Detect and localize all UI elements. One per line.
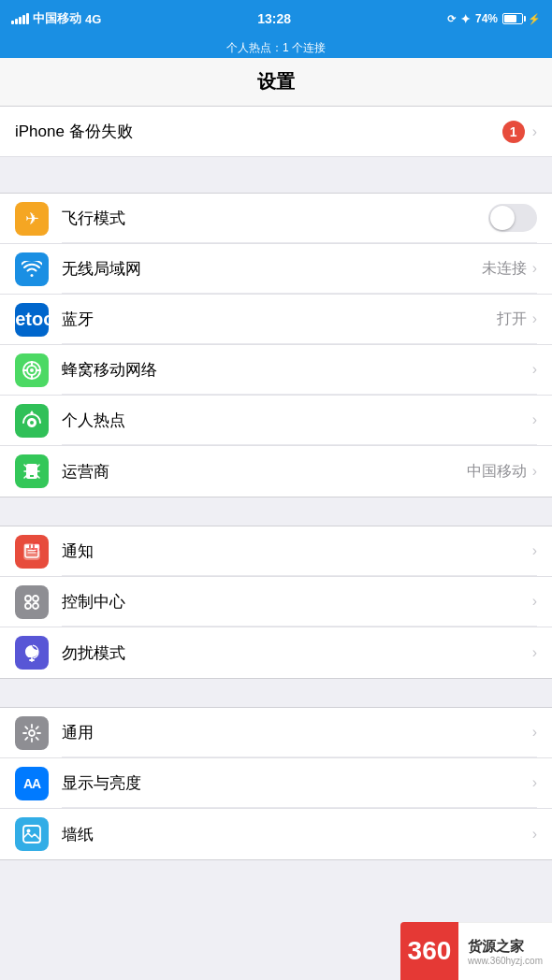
wallpaper-row[interactable]: 墙纸 › — [0, 809, 552, 859]
airplane-icon: ✈ — [15, 202, 49, 236]
charging-icon: ⚡ — [528, 13, 541, 25]
carrier-content: 运营商 中国移动 › — [62, 446, 537, 497]
wallpaper-content: 墙纸 › — [62, 809, 537, 859]
general-content: 通用 › — [62, 708, 537, 757]
general-section: 通用 › AA 显示与亮度 › 墙纸 › — [0, 707, 552, 860]
general-row[interactable]: 通用 › — [0, 708, 552, 758]
hotspot-row[interactable]: 个人热点 › — [0, 396, 552, 446]
carrier-value: 中国移动 — [467, 462, 527, 482]
hotspot-chevron: › — [532, 411, 537, 428]
svg-point-9 — [33, 596, 38, 601]
notification-row[interactable]: iPhone 备份失败 1 › — [0, 107, 552, 157]
cellular-right: › — [532, 361, 537, 378]
carrier-label: 运营商 — [62, 461, 109, 483]
hotspot-content: 个人热点 › — [62, 396, 537, 445]
toggle-thumb — [490, 206, 515, 230]
wallpaper-icon — [15, 817, 49, 851]
hotspot-bar: 个人热点：1 个连接 — [0, 37, 552, 58]
dnd-chevron: › — [532, 644, 537, 661]
dnd-row[interactable]: 勿扰模式 › — [0, 627, 552, 678]
carrier-label: 中国移动 — [33, 10, 81, 27]
wifi-chevron: › — [532, 260, 537, 277]
bluetooth-icon: Bluetooth; — [15, 303, 49, 337]
bluetooth-label: 蓝牙 — [62, 309, 94, 330]
cellular-content: 蜂窝移动网络 › — [62, 345, 537, 395]
display-content: 显示与亮度 › — [62, 758, 537, 808]
display-right: › — [532, 774, 537, 791]
cellular-icon — [15, 353, 49, 387]
battery-percent: 74% — [475, 12, 498, 25]
control-center-icon — [15, 585, 49, 619]
notifications-right: › — [532, 542, 537, 559]
cellular-label: 蜂窝移动网络 — [62, 359, 157, 381]
status-bar: 中国移动 4G 13:28 ⟳ ✦ 74% ⚡ — [0, 0, 552, 37]
wallpaper-label: 墙纸 — [62, 824, 94, 845]
section-divider-1 — [0, 165, 552, 193]
bluetooth-right: 打开 › — [497, 310, 537, 329]
bluetooth-row[interactable]: Bluetooth; 蓝牙 打开 › — [0, 295, 552, 345]
cellular-row[interactable]: 蜂窝移动网络 › — [0, 345, 552, 396]
bluetooth-content: 蓝牙 打开 › — [62, 295, 537, 344]
control-center-chevron: › — [532, 593, 537, 610]
wallpaper-chevron: › — [532, 826, 537, 843]
notifications-label: 通知 — [62, 540, 94, 562]
section-divider-2 — [0, 497, 552, 526]
svg-rect-7 — [25, 545, 38, 548]
general-right: › — [532, 724, 537, 741]
display-label: 显示与亮度 — [62, 772, 141, 794]
network-type: 4G — [85, 12, 101, 26]
wifi-value: 未连接 — [482, 259, 527, 279]
wifi-label: 无线局域网 — [62, 258, 141, 280]
notification-chevron: › — [532, 123, 537, 140]
wifi-content: 无线局域网 未连接 › — [62, 244, 537, 294]
bluetooth-value: 打开 — [497, 310, 527, 329]
display-row[interactable]: AA 显示与亮度 › — [0, 758, 552, 809]
airplane-label: 飞行模式 — [62, 208, 125, 229]
cellular-chevron: › — [532, 361, 537, 378]
general-label: 通用 — [62, 722, 94, 743]
airplane-mode-row[interactable]: ✈ 飞行模式 — [0, 194, 552, 244]
dnd-icon — [15, 636, 49, 670]
svg-point-8 — [25, 596, 31, 601]
notifications-section: 通知 › 控制中心 › — [0, 526, 552, 679]
notifications-icon — [15, 535, 49, 569]
rotation-icon: ⟳ — [447, 13, 456, 25]
svg-point-2 — [30, 368, 34, 372]
dnd-content: 勿扰模式 › — [62, 627, 537, 678]
notification-label: iPhone 备份失败 — [15, 121, 502, 142]
carrier-icon — [15, 454, 49, 488]
airplane-toggle[interactable] — [488, 204, 537, 232]
airplane-right — [488, 204, 537, 232]
connectivity-section: ✈ 飞行模式 无线局域网 未连接 › — [0, 193, 552, 497]
battery-icon — [502, 13, 523, 24]
watermark-360: 360 — [400, 922, 458, 980]
dnd-label: 勿扰模式 — [62, 642, 125, 664]
notifications-content: 通知 › — [62, 526, 537, 576]
carrier-chevron: › — [532, 463, 537, 480]
wifi-row[interactable]: 无线局域网 未连接 › — [0, 244, 552, 295]
hotspot-label: 个人热点：1 个连接 — [226, 40, 326, 56]
display-icon: AA — [15, 767, 49, 800]
control-center-content: 控制中心 › — [62, 577, 537, 627]
section-divider-3 — [0, 679, 552, 707]
notifications-chevron: › — [532, 542, 537, 559]
carrier-row[interactable]: 运营商 中国移动 › — [0, 446, 552, 497]
bluetooth-chevron: › — [532, 310, 537, 327]
svg-point-3 — [30, 421, 34, 425]
control-center-label: 控制中心 — [62, 591, 125, 612]
hotspot-row-label: 个人热点 — [62, 410, 125, 431]
page-title-bar: 设置 — [0, 58, 552, 107]
wifi-icon — [15, 252, 49, 286]
control-center-row[interactable]: 控制中心 › — [0, 577, 552, 627]
control-center-right: › — [532, 593, 537, 610]
notification-badge: 1 — [502, 121, 525, 143]
svg-point-11 — [33, 603, 38, 609]
page-title: 设置 — [257, 69, 295, 94]
general-icon — [15, 716, 49, 750]
status-left: 中国移动 4G — [11, 10, 101, 27]
svg-point-10 — [25, 603, 31, 609]
dnd-right: › — [532, 644, 537, 661]
notifications-row[interactable]: 通知 › — [0, 526, 552, 577]
watermark-url: www.360hyzj.com — [468, 956, 543, 966]
status-right: ⟳ ✦ 74% ⚡ — [447, 12, 541, 26]
